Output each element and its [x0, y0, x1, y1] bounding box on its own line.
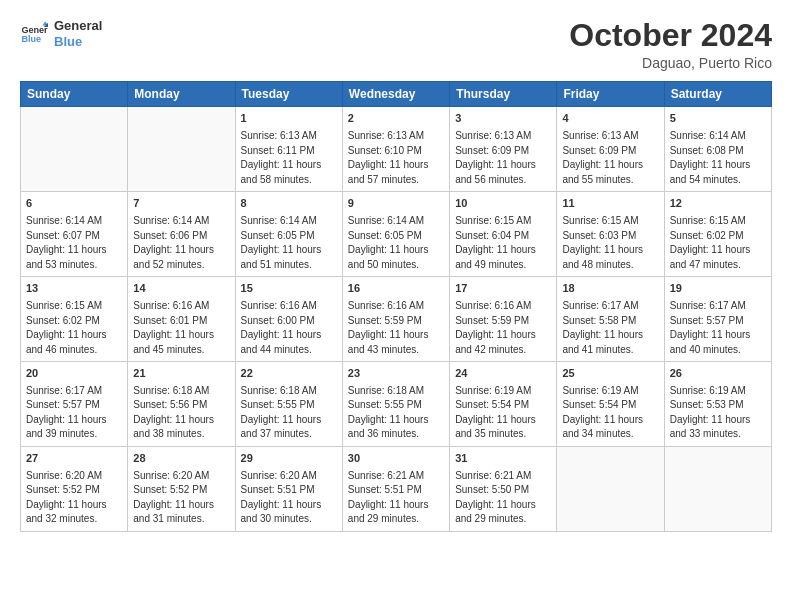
calendar-cell: 10Sunrise: 6:15 AMSunset: 6:04 PMDayligh… — [450, 192, 557, 277]
day-info: Sunrise: 6:14 AMSunset: 6:05 PMDaylight:… — [241, 214, 337, 272]
day-number: 4 — [562, 111, 658, 127]
day-info: Sunrise: 6:15 AMSunset: 6:02 PMDaylight:… — [26, 299, 122, 357]
day-number: 14 — [133, 281, 229, 297]
header-thursday: Thursday — [450, 82, 557, 107]
calendar-cell: 6Sunrise: 6:14 AMSunset: 6:07 PMDaylight… — [21, 192, 128, 277]
calendar-cell: 24Sunrise: 6:19 AMSunset: 5:54 PMDayligh… — [450, 362, 557, 447]
day-number: 18 — [562, 281, 658, 297]
header-friday: Friday — [557, 82, 664, 107]
calendar-cell: 26Sunrise: 6:19 AMSunset: 5:53 PMDayligh… — [664, 362, 771, 447]
day-info: Sunrise: 6:15 AMSunset: 6:02 PMDaylight:… — [670, 214, 766, 272]
day-info: Sunrise: 6:19 AMSunset: 5:54 PMDaylight:… — [455, 384, 551, 442]
day-info: Sunrise: 6:13 AMSunset: 6:11 PMDaylight:… — [241, 129, 337, 187]
calendar-cell: 17Sunrise: 6:16 AMSunset: 5:59 PMDayligh… — [450, 277, 557, 362]
day-number: 1 — [241, 111, 337, 127]
calendar-cell: 3Sunrise: 6:13 AMSunset: 6:09 PMDaylight… — [450, 107, 557, 192]
day-number: 17 — [455, 281, 551, 297]
calendar-cell: 15Sunrise: 6:16 AMSunset: 6:00 PMDayligh… — [235, 277, 342, 362]
calendar-cell — [664, 446, 771, 531]
day-info: Sunrise: 6:14 AMSunset: 6:07 PMDaylight:… — [26, 214, 122, 272]
day-info: Sunrise: 6:17 AMSunset: 5:57 PMDaylight:… — [670, 299, 766, 357]
calendar-cell: 4Sunrise: 6:13 AMSunset: 6:09 PMDaylight… — [557, 107, 664, 192]
day-number: 31 — [455, 451, 551, 467]
day-info: Sunrise: 6:18 AMSunset: 5:55 PMDaylight:… — [241, 384, 337, 442]
calendar-cell: 25Sunrise: 6:19 AMSunset: 5:54 PMDayligh… — [557, 362, 664, 447]
calendar-cell: 1Sunrise: 6:13 AMSunset: 6:11 PMDaylight… — [235, 107, 342, 192]
day-info: Sunrise: 6:17 AMSunset: 5:58 PMDaylight:… — [562, 299, 658, 357]
day-info: Sunrise: 6:16 AMSunset: 6:01 PMDaylight:… — [133, 299, 229, 357]
day-info: Sunrise: 6:21 AMSunset: 5:51 PMDaylight:… — [348, 469, 444, 527]
calendar-week-3: 13Sunrise: 6:15 AMSunset: 6:02 PMDayligh… — [21, 277, 772, 362]
day-number: 13 — [26, 281, 122, 297]
calendar-cell: 8Sunrise: 6:14 AMSunset: 6:05 PMDaylight… — [235, 192, 342, 277]
day-number: 30 — [348, 451, 444, 467]
header-saturday: Saturday — [664, 82, 771, 107]
calendar-cell: 22Sunrise: 6:18 AMSunset: 5:55 PMDayligh… — [235, 362, 342, 447]
day-number: 7 — [133, 196, 229, 212]
calendar-week-1: 1Sunrise: 6:13 AMSunset: 6:11 PMDaylight… — [21, 107, 772, 192]
calendar-cell: 31Sunrise: 6:21 AMSunset: 5:50 PMDayligh… — [450, 446, 557, 531]
day-number: 3 — [455, 111, 551, 127]
logo-general: General — [54, 18, 102, 34]
day-number: 8 — [241, 196, 337, 212]
calendar-week-5: 27Sunrise: 6:20 AMSunset: 5:52 PMDayligh… — [21, 446, 772, 531]
calendar-table: SundayMondayTuesdayWednesdayThursdayFrid… — [20, 81, 772, 532]
day-number: 29 — [241, 451, 337, 467]
calendar-cell: 27Sunrise: 6:20 AMSunset: 5:52 PMDayligh… — [21, 446, 128, 531]
calendar-cell: 14Sunrise: 6:16 AMSunset: 6:01 PMDayligh… — [128, 277, 235, 362]
header-wednesday: Wednesday — [342, 82, 449, 107]
day-info: Sunrise: 6:15 AMSunset: 6:03 PMDaylight:… — [562, 214, 658, 272]
day-info: Sunrise: 6:20 AMSunset: 5:52 PMDaylight:… — [133, 469, 229, 527]
calendar-cell: 2Sunrise: 6:13 AMSunset: 6:10 PMDaylight… — [342, 107, 449, 192]
day-info: Sunrise: 6:13 AMSunset: 6:09 PMDaylight:… — [562, 129, 658, 187]
day-number: 15 — [241, 281, 337, 297]
day-number: 28 — [133, 451, 229, 467]
day-number: 16 — [348, 281, 444, 297]
day-number: 2 — [348, 111, 444, 127]
calendar-cell: 21Sunrise: 6:18 AMSunset: 5:56 PMDayligh… — [128, 362, 235, 447]
calendar-cell: 16Sunrise: 6:16 AMSunset: 5:59 PMDayligh… — [342, 277, 449, 362]
day-number: 19 — [670, 281, 766, 297]
month-title: October 2024 — [569, 18, 772, 53]
day-info: Sunrise: 6:19 AMSunset: 5:54 PMDaylight:… — [562, 384, 658, 442]
calendar-week-4: 20Sunrise: 6:17 AMSunset: 5:57 PMDayligh… — [21, 362, 772, 447]
day-info: Sunrise: 6:13 AMSunset: 6:09 PMDaylight:… — [455, 129, 551, 187]
day-info: Sunrise: 6:13 AMSunset: 6:10 PMDaylight:… — [348, 129, 444, 187]
title-block: October 2024 Daguao, Puerto Rico — [569, 18, 772, 71]
day-info: Sunrise: 6:15 AMSunset: 6:04 PMDaylight:… — [455, 214, 551, 272]
calendar-cell: 28Sunrise: 6:20 AMSunset: 5:52 PMDayligh… — [128, 446, 235, 531]
calendar-cell: 5Sunrise: 6:14 AMSunset: 6:08 PMDaylight… — [664, 107, 771, 192]
calendar-cell: 13Sunrise: 6:15 AMSunset: 6:02 PMDayligh… — [21, 277, 128, 362]
logo-blue: Blue — [54, 34, 102, 50]
calendar-cell: 23Sunrise: 6:18 AMSunset: 5:55 PMDayligh… — [342, 362, 449, 447]
svg-text:General: General — [21, 24, 48, 34]
logo: General Blue General Blue — [20, 18, 102, 49]
calendar-header-row: SundayMondayTuesdayWednesdayThursdayFrid… — [21, 82, 772, 107]
day-info: Sunrise: 6:21 AMSunset: 5:50 PMDaylight:… — [455, 469, 551, 527]
day-info: Sunrise: 6:20 AMSunset: 5:52 PMDaylight:… — [26, 469, 122, 527]
header-tuesday: Tuesday — [235, 82, 342, 107]
logo-icon: General Blue — [20, 20, 48, 48]
day-number: 20 — [26, 366, 122, 382]
calendar-cell: 7Sunrise: 6:14 AMSunset: 6:06 PMDaylight… — [128, 192, 235, 277]
day-info: Sunrise: 6:20 AMSunset: 5:51 PMDaylight:… — [241, 469, 337, 527]
day-number: 25 — [562, 366, 658, 382]
day-number: 11 — [562, 196, 658, 212]
day-info: Sunrise: 6:14 AMSunset: 6:05 PMDaylight:… — [348, 214, 444, 272]
svg-text:Blue: Blue — [21, 34, 41, 44]
day-number: 26 — [670, 366, 766, 382]
calendar-cell: 30Sunrise: 6:21 AMSunset: 5:51 PMDayligh… — [342, 446, 449, 531]
day-info: Sunrise: 6:16 AMSunset: 5:59 PMDaylight:… — [455, 299, 551, 357]
day-info: Sunrise: 6:14 AMSunset: 6:06 PMDaylight:… — [133, 214, 229, 272]
header-sunday: Sunday — [21, 82, 128, 107]
calendar-cell — [557, 446, 664, 531]
header-monday: Monday — [128, 82, 235, 107]
calendar-cell: 12Sunrise: 6:15 AMSunset: 6:02 PMDayligh… — [664, 192, 771, 277]
day-number: 12 — [670, 196, 766, 212]
calendar-cell: 19Sunrise: 6:17 AMSunset: 5:57 PMDayligh… — [664, 277, 771, 362]
day-number: 9 — [348, 196, 444, 212]
day-number: 5 — [670, 111, 766, 127]
calendar-cell — [128, 107, 235, 192]
calendar-cell: 18Sunrise: 6:17 AMSunset: 5:58 PMDayligh… — [557, 277, 664, 362]
calendar-cell: 11Sunrise: 6:15 AMSunset: 6:03 PMDayligh… — [557, 192, 664, 277]
